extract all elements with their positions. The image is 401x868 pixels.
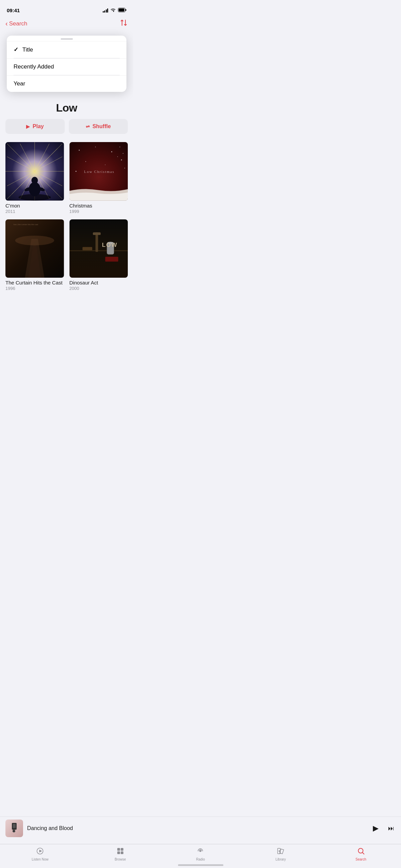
album-grid: C'mon 2011 — [5, 142, 128, 291]
artist-title-area: Low — [5, 99, 128, 119]
status-time: 09:41 — [7, 7, 20, 13]
nav-bar: ‹ Search — [0, 16, 133, 31]
nav-back-button[interactable]: ‹ Search — [5, 20, 27, 27]
handle-bar — [61, 38, 73, 40]
svg-text:LOW: LOW — [102, 241, 117, 248]
svg-rect-45 — [69, 219, 128, 278]
album-year-dinosaur: 2000 — [69, 286, 128, 291]
play-label: Play — [33, 123, 44, 130]
svg-point-26 — [32, 177, 38, 184]
svg-text:Low  Christmas: Low Christmas — [84, 170, 115, 174]
svg-point-30 — [79, 150, 80, 151]
sort-button[interactable] — [120, 19, 128, 28]
album-title-cmon: C'mon — [5, 203, 64, 209]
svg-point-40 — [123, 153, 123, 154]
album-title-dinosaur: Dinosaur Act — [69, 280, 128, 285]
signal-bars-icon — [103, 8, 108, 13]
back-chevron-icon: ‹ — [5, 20, 8, 27]
artist-title: Low — [56, 102, 77, 114]
action-buttons: ▶ Play ⇌ Shuffle — [5, 119, 128, 134]
nav-back-label: Search — [9, 20, 27, 27]
shuffle-icon: ⇌ — [86, 124, 90, 129]
svg-rect-1 — [125, 9, 126, 11]
album-item-dinosaur[interactable]: LOW Dinosaur Act 2000 — [69, 219, 128, 291]
dropdown-handle — [7, 36, 126, 41]
status-icons — [103, 7, 127, 14]
wifi-icon — [110, 7, 116, 14]
shuffle-button[interactable]: ⇌ Shuffle — [69, 119, 128, 134]
album-item-christmas[interactable]: Low Christmas Christmas 1999 — [69, 142, 128, 214]
play-button[interactable]: ▶ Play — [5, 119, 65, 134]
svg-point-35 — [121, 159, 122, 160]
album-year-christmas: 1999 — [69, 209, 128, 214]
svg-rect-47 — [95, 232, 98, 252]
svg-point-31 — [95, 146, 96, 147]
album-art-christmas: Low Christmas — [69, 142, 128, 201]
shuffle-label: Shuffle — [93, 123, 111, 130]
svg-point-33 — [119, 146, 120, 147]
page-content: Low ▶ Play ⇌ Shuffle — [0, 99, 133, 291]
album-item-cmon[interactable]: C'mon 2011 — [5, 142, 64, 214]
svg-rect-48 — [93, 232, 101, 235]
album-art-curtain: low | the curtain hits the cast — [5, 219, 64, 278]
svg-rect-46 — [69, 250, 128, 251]
svg-rect-2 — [119, 8, 124, 12]
album-year-curtain: 1996 — [5, 286, 64, 291]
svg-rect-53 — [105, 257, 118, 261]
album-art-cmon — [5, 142, 64, 201]
album-title-christmas: Christmas — [69, 203, 128, 209]
dropdown-year-label: Year — [14, 80, 25, 87]
svg-point-34 — [85, 161, 86, 162]
dropdown-title-label: Title — [22, 46, 33, 53]
dropdown-item-title[interactable]: ✓ Title — [7, 41, 126, 58]
svg-text:low | the curtain hits the cas: low | the curtain hits the cast — [14, 223, 38, 225]
album-year-cmon: 2011 — [5, 209, 64, 214]
svg-point-36 — [124, 168, 125, 169]
svg-point-38 — [105, 164, 105, 165]
svg-point-32 — [111, 151, 112, 152]
album-art-dinosaur: LOW — [69, 219, 128, 278]
status-bar: 09:41 — [0, 0, 133, 16]
svg-rect-52 — [82, 247, 92, 250]
album-item-curtain[interactable]: low | the curtain hits the cast The Curt… — [5, 219, 64, 291]
dropdown-item-year[interactable]: Year — [7, 75, 126, 92]
battery-icon — [118, 7, 126, 14]
play-icon: ▶ — [26, 124, 30, 129]
svg-point-43 — [15, 235, 54, 245]
dropdown-item-recently-added[interactable]: Recently Added — [7, 58, 126, 75]
sort-dropdown: ✓ Title Recently Added Year — [7, 36, 126, 92]
check-icon: ✓ — [14, 46, 18, 53]
svg-point-37 — [75, 171, 76, 172]
dropdown-recently-added-label: Recently Added — [14, 63, 54, 70]
album-title-curtain: The Curtain Hits the Cast — [5, 280, 64, 285]
svg-point-39 — [117, 156, 118, 157]
